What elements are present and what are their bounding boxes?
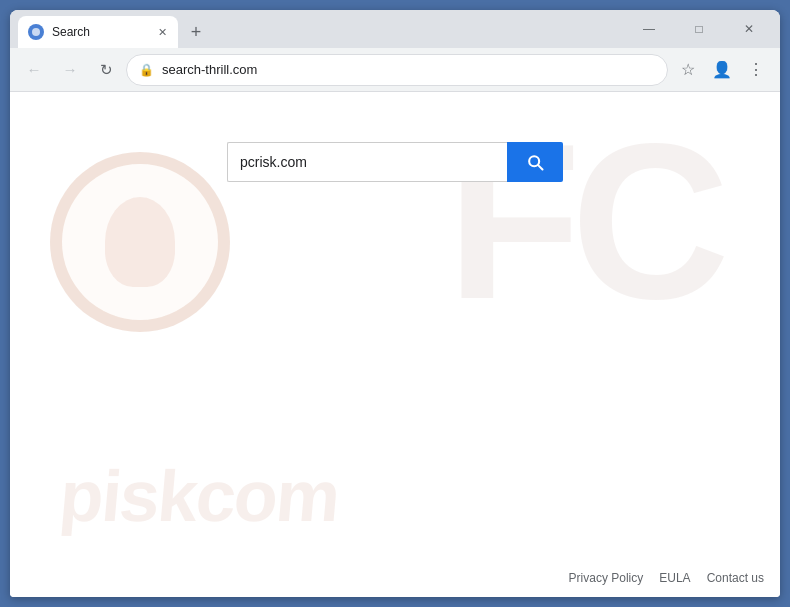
eula-link[interactable]: EULA bbox=[659, 571, 690, 585]
search-icon bbox=[525, 152, 545, 172]
title-bar: Search ✕ + — □ ✕ bbox=[10, 10, 780, 48]
privacy-policy-link[interactable]: Privacy Policy bbox=[569, 571, 644, 585]
search-input[interactable] bbox=[227, 142, 507, 182]
tab-close-button[interactable]: ✕ bbox=[154, 24, 170, 40]
address-bar[interactable]: 🔒 bbox=[126, 54, 668, 86]
tab-title: Search bbox=[52, 25, 146, 39]
watermark-text: piskcom bbox=[56, 455, 733, 537]
bookmark-button[interactable]: ☆ bbox=[672, 54, 704, 86]
nav-right-buttons: ☆ 👤 ⋮ bbox=[672, 54, 772, 86]
page-footer: Privacy Policy EULA Contact us bbox=[569, 571, 764, 585]
tab-favicon-icon bbox=[28, 24, 44, 40]
address-input[interactable] bbox=[162, 62, 655, 77]
close-button[interactable]: ✕ bbox=[726, 14, 772, 44]
refresh-button[interactable]: ↻ bbox=[90, 54, 122, 86]
window-controls: — □ ✕ bbox=[626, 14, 780, 48]
security-icon: 🔒 bbox=[139, 63, 154, 77]
navigation-bar: ← → ↻ 🔒 ☆ 👤 ⋮ bbox=[10, 48, 780, 92]
back-button[interactable]: ← bbox=[18, 54, 50, 86]
menu-button[interactable]: ⋮ bbox=[740, 54, 772, 86]
new-tab-button[interactable]: + bbox=[182, 18, 210, 46]
active-tab[interactable]: Search ✕ bbox=[18, 16, 178, 48]
browser-window: Search ✕ + — □ ✕ ← → ↻ bbox=[10, 10, 780, 597]
forward-button[interactable]: → bbox=[54, 54, 86, 86]
minimize-button[interactable]: — bbox=[626, 14, 672, 44]
watermark-circle bbox=[50, 152, 230, 332]
contact-us-link[interactable]: Contact us bbox=[707, 571, 764, 585]
profile-button[interactable]: 👤 bbox=[706, 54, 738, 86]
search-button[interactable] bbox=[507, 142, 563, 182]
maximize-button[interactable]: □ bbox=[676, 14, 722, 44]
tab-strip: Search ✕ + bbox=[18, 10, 210, 48]
page-content: FC piskcom Privacy Policy EULA Contact u… bbox=[10, 92, 780, 597]
search-area bbox=[227, 142, 563, 182]
